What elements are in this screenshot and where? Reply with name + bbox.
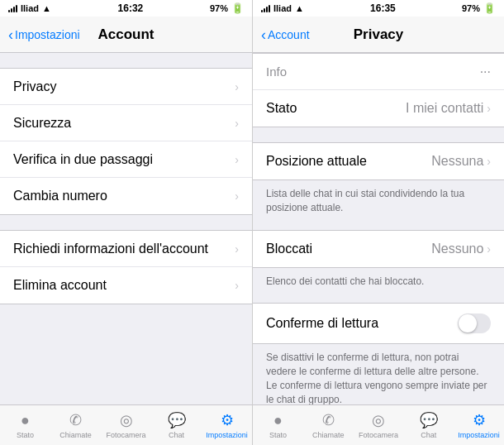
nav-bar-wrapper-left: ‹ Impostazioni Account <box>8 27 244 42</box>
tab-chiamate-label-left: Chiamate <box>59 431 92 439</box>
tab-chat-left[interactable]: 💬 Chat <box>151 405 202 445</box>
info-group: Info ··· Stato I miei contatti › <box>253 53 504 127</box>
tab-stato-left[interactable]: ● Stato <box>0 405 50 445</box>
wifi-icon-left: ▲ <box>42 3 51 13</box>
conferme-toggle[interactable] <box>458 313 491 333</box>
posizione-item[interactable]: Posizione attuale Nessuna › <box>253 143 504 179</box>
tab-stato-right[interactable]: ● Stato <box>253 405 303 445</box>
back-label-right: Account <box>268 28 310 41</box>
richiedi-chevron: › <box>235 242 239 256</box>
status-bar-left: Iliad ▲ 16:32 97% 🔋 <box>0 0 252 17</box>
richiedi-label: Richiedi informazioni dell'account <box>13 242 208 256</box>
wifi-icon-right: ▲ <box>295 3 304 13</box>
elimina-account-chevron: › <box>235 279 239 292</box>
impostazioni-icon-right: ⚙ <box>473 411 486 429</box>
sicurezza-item[interactable]: Sicurezza › <box>0 105 252 141</box>
chiamate-icon-right: ✆ <box>322 411 335 429</box>
stato-privacy-value-wrapper: I miei contatti › <box>406 101 491 116</box>
tab-chat-label-left: Chat <box>169 431 184 439</box>
spacer-1-right <box>253 127 504 142</box>
conferme-group: Conferme di lettura <box>253 303 504 344</box>
bloccati-group: Bloccati Nessuno › <box>253 230 504 268</box>
cambia-numero-item[interactable]: Cambia numero › <box>0 178 252 214</box>
toggle-knob <box>459 314 477 333</box>
tab-fotocamera-label-left: Fotocamera <box>106 431 145 439</box>
sicurezza-label: Sicurezza <box>13 116 71 131</box>
verifica-chevron: › <box>235 153 239 166</box>
stato-icon-right: ● <box>273 412 283 429</box>
privacy-content: Info ··· Stato I miei contatti › Posizio… <box>253 53 504 404</box>
posizione-description: Lista delle chat in cui stai condividend… <box>253 180 504 222</box>
nav-bar-wrapper-right: ‹ Account Privacy <box>261 27 496 42</box>
status-left-right: Iliad ▲ <box>261 3 304 13</box>
tab-chiamate-label-right: Chiamate <box>312 431 345 439</box>
nav-title-left: Account <box>98 26 155 43</box>
chat-icon-right: 💬 <box>420 411 438 429</box>
posizione-value-wrapper: Nessuna › <box>431 154 491 169</box>
posizione-value: Nessuna <box>431 154 483 169</box>
carrier-left: Iliad <box>21 3 39 13</box>
back-button-right[interactable]: ‹ Account <box>261 27 310 42</box>
battery-percent-left: 97% <box>210 3 228 13</box>
bloccati-chevron: › <box>487 242 491 256</box>
cambia-numero-chevron: › <box>235 189 239 203</box>
signal-icon-right <box>261 4 270 12</box>
sicurezza-chevron: › <box>235 117 239 130</box>
time-right: 16:35 <box>370 2 396 14</box>
posizione-chevron: › <box>487 155 491 168</box>
back-button-left[interactable]: ‹ Impostazioni <box>8 27 80 42</box>
stato-privacy-value: I miei contatti <box>406 101 483 116</box>
stato-privacy-label: Stato <box>266 101 297 116</box>
signal-icon <box>8 4 17 12</box>
privacy-item[interactable]: Privacy › <box>0 69 252 105</box>
status-right-left: 97% 🔋 <box>210 2 244 14</box>
tab-impostazioni-right[interactable]: ⚙ Impostazioni <box>454 405 504 445</box>
tab-chat-right[interactable]: 💬 Chat <box>403 405 454 445</box>
bloccati-item[interactable]: Bloccati Nessuno › <box>253 231 504 267</box>
battery-percent-right: 97% <box>462 3 480 13</box>
tab-bar-left: ● Stato ✆ Chiamate ◎ Fotocamera 💬 Chat ⚙… <box>0 404 252 445</box>
tab-bar-right: ● Stato ✆ Chiamate ◎ Fotocamera 💬 Chat ⚙… <box>253 404 504 445</box>
tab-chat-label-right: Chat <box>421 431 436 439</box>
spacer-2-right <box>253 222 504 230</box>
tab-fotocamera-left[interactable]: ◎ Fotocamera <box>101 405 151 445</box>
privacy-label: Privacy <box>13 79 56 94</box>
time-left: 16:32 <box>118 2 144 14</box>
posizione-group: Posizione attuale Nessuna › <box>253 142 504 180</box>
posizione-label: Posizione attuale <box>266 154 367 169</box>
tab-impostazioni-label-right: Impostazioni <box>458 431 500 439</box>
status-bar-right: Iliad ▲ 16:35 97% 🔋 <box>253 0 504 17</box>
tab-impostazioni-left[interactable]: ⚙ Impostazioni <box>202 405 252 445</box>
settings-content-left: Privacy › Sicurezza › Verifica in due pa… <box>0 53 252 404</box>
fotocamera-icon-right: ◎ <box>372 411 385 429</box>
tab-fotocamera-right[interactable]: ◎ Fotocamera <box>354 405 404 445</box>
nav-bar-left: ‹ Impostazioni Account <box>0 17 252 53</box>
bloccati-label: Bloccati <box>266 242 312 256</box>
bloccati-description: Elenco dei contatti che hai bloccato. <box>253 268 504 295</box>
spacer-mid-left <box>0 215 252 230</box>
back-arrow-left: ‹ <box>8 27 13 42</box>
settings-group-1: Privacy › Sicurezza › Verifica in due pa… <box>0 68 252 215</box>
conferme-item[interactable]: Conferme di lettura <box>253 304 504 343</box>
carrier-right: Iliad <box>273 3 292 13</box>
tab-chiamate-right[interactable]: ✆ Chiamate <box>303 405 354 445</box>
verifica-item[interactable]: Verifica in due passaggi › <box>0 141 252 178</box>
richiedi-item[interactable]: Richiedi informazioni dell'account › <box>0 231 252 267</box>
tab-chiamate-left[interactable]: ✆ Chiamate <box>50 405 101 445</box>
battery-icon-right: 🔋 <box>483 2 496 14</box>
spacer-top-left <box>0 53 252 68</box>
chiamate-icon-left: ✆ <box>69 411 82 429</box>
settings-group-2: Richiedi informazioni dell'account › Eli… <box>0 230 252 304</box>
status-left: Iliad ▲ <box>8 3 51 13</box>
info-label: Info <box>266 65 287 79</box>
nav-bar-right: ‹ Account Privacy <box>253 17 504 53</box>
verifica-label: Verifica in due passaggi <box>13 152 153 167</box>
stato-privacy-item[interactable]: Stato I miei contatti › <box>253 90 504 127</box>
right-screen: Iliad ▲ 16:35 97% 🔋 ‹ Account Privacy In… <box>252 0 504 445</box>
tab-stato-label-right: Stato <box>269 431 287 439</box>
tab-stato-label-left: Stato <box>17 431 34 439</box>
tab-impostazioni-label-left: Impostazioni <box>206 431 248 439</box>
elimina-account-item[interactable]: Elimina account › <box>0 267 252 304</box>
conferme-description: Se disattivi le conferme di lettura, non… <box>253 344 504 404</box>
conferme-label: Conferme di lettura <box>266 316 378 331</box>
